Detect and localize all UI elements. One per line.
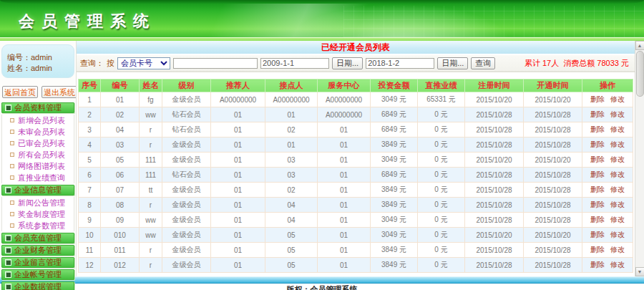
date-from-picker-button[interactable]: 日期... xyxy=(332,57,363,69)
actions-cell: 删除修改 xyxy=(582,258,633,273)
menu-item-4[interactable]: 所有会员列表 xyxy=(1,149,74,160)
menu-group-0[interactable]: 会员资料管理 xyxy=(1,102,74,113)
table-row: 403r金级会员0101013849 元0 元2015/10/282015/10… xyxy=(79,137,633,153)
menu-label: 会员充值管理 xyxy=(14,233,62,243)
row-action-0[interactable]: 删除 xyxy=(590,95,605,103)
row-action-1[interactable]: 修改 xyxy=(610,140,625,148)
table-cell: 钻石会员 xyxy=(162,168,211,183)
table-cell: 2015/10/20 xyxy=(524,92,582,107)
vertical-scrollbar[interactable]: ▲ ▼ xyxy=(635,41,644,276)
menu-label: 企业信息管理 xyxy=(14,185,62,195)
table-cell: 3849 元 xyxy=(371,183,418,198)
table-cell: 011 xyxy=(101,243,140,258)
row-action-0[interactable]: 删除 xyxy=(590,185,605,193)
table-cell: ww xyxy=(140,107,162,122)
sidebar-menu: 会员资料管理新增会员列表未审会员列表已审会员列表所有会员列表网络图谱列表直推业绩… xyxy=(1,102,74,290)
date-to-input[interactable] xyxy=(366,58,434,69)
table-cell: 01 xyxy=(211,213,265,228)
date-from-input[interactable] xyxy=(260,58,329,69)
menu-group-14[interactable]: 企业帐号管理 xyxy=(1,269,74,280)
table-cell: A00000000 xyxy=(318,92,371,107)
table-cell: 3849 元 xyxy=(371,243,418,258)
table-cell: r xyxy=(140,198,162,213)
table-cell: 2015/10/28 xyxy=(465,137,524,153)
totals-summary: 累计 17人 消费总额 78033 元 xyxy=(525,58,629,69)
logout-button[interactable]: 退出系统 xyxy=(42,86,77,98)
row-action-1[interactable]: 修改 xyxy=(610,261,625,269)
table-cell: 01 xyxy=(318,122,371,137)
table-cell: 05 xyxy=(101,153,140,168)
table-cell: 0 元 xyxy=(418,153,465,168)
row-action-1[interactable]: 修改 xyxy=(610,95,625,103)
menu-group-15[interactable]: 企业数据管理 xyxy=(1,281,74,290)
bullet-icon xyxy=(10,164,14,168)
scrollbar-thumb[interactable] xyxy=(636,51,644,97)
table-cell: 01 xyxy=(318,258,371,273)
date-to-picker-button[interactable]: 日期... xyxy=(437,57,468,69)
table-cell: 01 xyxy=(318,243,371,258)
row-action-1[interactable]: 修改 xyxy=(610,200,625,208)
table-header-row: 序号编号姓名级别推荐人接点人服务中心投资金额直推业绩注册时间开通时间操作 xyxy=(79,79,633,92)
row-action-1[interactable]: 修改 xyxy=(610,155,625,163)
table-cell: 6849 元 xyxy=(371,168,418,183)
menu-label: 网络图谱列表 xyxy=(18,161,65,172)
search-field-select[interactable]: 会员卡号 xyxy=(117,57,170,69)
menu-group-11[interactable]: 会员充值管理 xyxy=(1,233,74,243)
row-action-0[interactable]: 删除 xyxy=(590,231,605,238)
scroll-down-icon[interactable]: ▼ xyxy=(635,267,644,276)
row-action-0[interactable]: 删除 xyxy=(590,261,605,269)
menu-item-10[interactable]: 系统参数管理 xyxy=(1,220,74,231)
menu-item-2[interactable]: 未审会员列表 xyxy=(1,126,74,137)
menu-group-13[interactable]: 企业留言管理 xyxy=(1,257,74,268)
table-cell: 2015/10/28 xyxy=(465,107,524,122)
row-action-0[interactable]: 删除 xyxy=(590,246,605,253)
main-content: 已经开通会员列表 查询： 按 会员卡号 日期... 日期... 查询 累计 17… xyxy=(76,41,635,276)
copyright-text: 版权：会员管理系统 xyxy=(0,284,644,290)
home-button[interactable]: 返回首页 xyxy=(2,86,38,98)
menu-item-8[interactable]: 新闻公告管理 xyxy=(1,197,74,208)
row-action-1[interactable]: 修改 xyxy=(610,231,625,238)
table-cell: 7 xyxy=(79,183,101,198)
menu-item-3[interactable]: 已审会员列表 xyxy=(1,137,74,149)
search-submit-button[interactable]: 查询 xyxy=(471,57,495,69)
table-row: 909ww金级会员0104013049 元0 元2015/10/282015/1… xyxy=(79,213,633,228)
user-info-panel: 编号：admin 姓名：admin xyxy=(1,44,74,78)
row-action-1[interactable]: 修改 xyxy=(610,170,625,178)
row-action-0[interactable]: 删除 xyxy=(590,155,605,163)
row-action-0[interactable]: 删除 xyxy=(590,200,605,208)
row-action-1[interactable]: 修改 xyxy=(610,185,625,193)
search-keyword-input[interactable] xyxy=(173,58,258,69)
user-name-value: admin xyxy=(31,64,52,72)
row-action-1[interactable]: 修改 xyxy=(610,216,625,223)
scroll-up-icon[interactable]: ▲ xyxy=(635,41,644,50)
table-cell: 2 xyxy=(79,107,101,122)
row-action-0[interactable]: 删除 xyxy=(590,110,605,118)
row-action-0[interactable]: 删除 xyxy=(590,170,605,178)
table-cell: 02 xyxy=(265,122,318,137)
table-cell: 2015/10/28 xyxy=(524,137,582,153)
row-action-0[interactable]: 删除 xyxy=(590,216,605,223)
row-action-0[interactable]: 删除 xyxy=(590,140,605,148)
menu-group-12[interactable]: 企业财务管理 xyxy=(1,245,74,256)
actions-cell: 删除修改 xyxy=(582,243,633,258)
column-header: 开通时间 xyxy=(524,79,582,92)
table-cell: 02 xyxy=(101,107,140,122)
row-action-1[interactable]: 修改 xyxy=(610,110,625,118)
menu-item-1[interactable]: 新增会员列表 xyxy=(1,115,74,126)
table-cell: 0 元 xyxy=(418,198,465,213)
actions-cell: 删除修改 xyxy=(582,168,633,183)
row-action-0[interactable]: 删除 xyxy=(590,125,605,133)
menu-label: 会员资料管理 xyxy=(14,102,62,113)
menu-group-7[interactable]: 企业信息管理 xyxy=(1,185,74,195)
row-action-1[interactable]: 修改 xyxy=(610,125,625,133)
menu-label: 奖金制度管理 xyxy=(18,209,65,220)
table-cell: 01 xyxy=(211,107,265,122)
menu-item-5[interactable]: 网络图谱列表 xyxy=(1,160,74,172)
row-action-1[interactable]: 修改 xyxy=(610,246,625,253)
table-cell: 9 xyxy=(79,213,101,228)
menu-item-6[interactable]: 直推业绩查询 xyxy=(1,172,74,183)
folder-icon xyxy=(5,105,11,111)
actions-cell: 删除修改 xyxy=(582,92,633,107)
menu-item-9[interactable]: 奖金制度管理 xyxy=(1,208,74,220)
table-cell: 3849 元 xyxy=(371,137,418,153)
